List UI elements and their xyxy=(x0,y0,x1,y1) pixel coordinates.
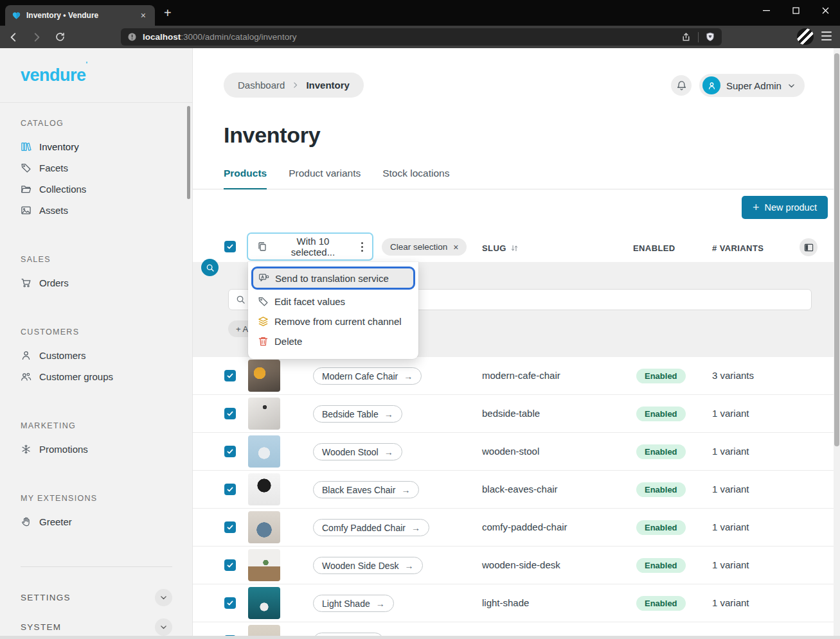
column-settings-button[interactable] xyxy=(800,238,818,256)
sidebar-collapsed-settings[interactable]: SETTINGS xyxy=(21,582,172,612)
column-header-variants[interactable]: # VARIANTS xyxy=(712,243,764,253)
clear-selection-button[interactable]: Clear selection × xyxy=(382,238,467,256)
product-thumbnail[interactable] xyxy=(248,435,280,468)
maximize-button[interactable] xyxy=(781,0,810,21)
row-checkbox[interactable] xyxy=(224,521,236,533)
tab-close-icon[interactable]: × xyxy=(138,10,148,21)
row-checkbox[interactable] xyxy=(224,408,236,419)
product-name-link[interactable]: Comfy Padded Chair→ xyxy=(313,519,429,536)
row-checkbox[interactable] xyxy=(224,597,236,609)
chevron-down-icon[interactable] xyxy=(155,618,172,636)
table-row xyxy=(193,622,834,636)
sidebar-scrollbar[interactable] xyxy=(187,106,190,199)
sidebar-item-facets[interactable]: Facets xyxy=(21,157,192,179)
bulk-actions-button[interactable]: With 10 selected... xyxy=(247,232,373,261)
search-icon xyxy=(236,295,246,304)
sidebar-item-collections[interactable]: Collections xyxy=(21,179,192,200)
product-name-link[interactable]: Wooden Side Desk→ xyxy=(313,557,423,574)
product-name: Comfy Padded Chair xyxy=(322,523,406,533)
product-name-link[interactable]: Black Eaves Chair→ xyxy=(313,481,419,498)
sidebar-item-customers[interactable]: Customers xyxy=(21,345,192,366)
row-checkbox[interactable] xyxy=(224,559,236,571)
sidebar-section: MARKETINGPromotions xyxy=(21,421,192,460)
row-checkbox[interactable] xyxy=(224,370,236,381)
page-title: Inventory xyxy=(224,123,320,148)
sidebar-item-customer-groups[interactable]: Customer groups xyxy=(21,366,192,387)
product-name-link[interactable]: Bedside Table→ xyxy=(313,405,402,423)
arrow-right-icon: → xyxy=(384,447,393,457)
sidebar-item-label: Collections xyxy=(39,184,86,195)
product-thumbnail[interactable] xyxy=(248,549,280,581)
product-thumbnail[interactable] xyxy=(248,360,280,392)
tab-products[interactable]: Products xyxy=(224,168,267,189)
new-tab-button[interactable]: + xyxy=(164,6,172,19)
sort-icon xyxy=(510,244,519,252)
sidebar-item-greeter[interactable]: Greeter xyxy=(21,511,192,532)
search-toggle-button[interactable] xyxy=(201,259,219,276)
close-window-button[interactable] xyxy=(810,0,840,21)
status-badge: Enabled xyxy=(636,520,686,535)
sidebar-item-orders[interactable]: Orders xyxy=(21,272,192,293)
browser-tab[interactable]: Inventory • Vendure × xyxy=(5,5,155,26)
column-header-slug[interactable]: SLUG xyxy=(482,243,519,253)
share-icon[interactable] xyxy=(681,31,692,42)
browser-profile-avatar[interactable] xyxy=(797,28,814,45)
page-scrollbar[interactable] xyxy=(834,48,840,636)
plus-icon: + xyxy=(753,201,760,214)
minimize-button[interactable] xyxy=(751,0,781,21)
reload-icon[interactable] xyxy=(50,29,69,46)
select-all-checkbox[interactable] xyxy=(224,241,236,252)
forward-icon[interactable] xyxy=(27,29,46,46)
tab-product-variants[interactable]: Product variants xyxy=(289,168,361,189)
sidebar-item-promotions[interactable]: Promotions xyxy=(21,439,192,460)
address-bar[interactable]: localhost:3000/admin/catalog/inventory xyxy=(121,28,722,46)
user-avatar xyxy=(702,76,720,94)
brave-shield-icon[interactable] xyxy=(705,31,715,42)
product-name-link[interactable]: Wooden Stool→ xyxy=(313,443,402,460)
product-thumbnail[interactable] xyxy=(248,587,280,619)
product-thumbnail[interactable] xyxy=(248,511,280,543)
sidebar-collapsed-system[interactable]: SYSTEM xyxy=(21,612,172,639)
breadcrumb-dashboard[interactable]: Dashboard xyxy=(238,80,285,91)
product-name-link[interactable]: Light Shade→ xyxy=(313,595,394,612)
kebab-icon xyxy=(359,242,366,252)
sidebar-section: MY EXTENSIONSGreeter xyxy=(21,494,192,532)
sidebar-item-inventory[interactable]: Inventory xyxy=(21,136,192,157)
column-header-enabled[interactable]: ENABLED xyxy=(633,243,675,253)
users-icon xyxy=(21,371,31,382)
product-slug: comfy-padded-chair xyxy=(482,521,567,532)
scrollbar-thumb[interactable] xyxy=(834,53,839,446)
menu-item-send-to-translation-service[interactable]: Send to translation service xyxy=(253,268,413,288)
row-checkbox[interactable] xyxy=(224,446,236,457)
row-checkbox[interactable] xyxy=(224,484,236,495)
main-content: Dashboard Inventory Super Admin Inventor… xyxy=(193,48,834,636)
user-name: Super Admin xyxy=(726,80,782,91)
site-info-icon[interactable] xyxy=(127,32,137,42)
sidebar-item-assets[interactable]: Assets xyxy=(21,200,192,221)
new-product-button[interactable]: + New product xyxy=(742,196,828,219)
tab-stock-locations[interactable]: Stock locations xyxy=(382,168,449,189)
product-thumbnail[interactable] xyxy=(248,398,280,430)
table-row: Light Shade→light-shadeEnabled1 variant xyxy=(193,584,834,622)
back-icon[interactable] xyxy=(4,29,23,46)
product-thumbnail[interactable] xyxy=(248,473,280,505)
menu-item-delete[interactable]: Delete xyxy=(253,331,414,351)
browser-menu-icon[interactable] xyxy=(821,31,832,40)
books-icon xyxy=(21,141,31,152)
table-row: Wooden Side Desk→wooden-side-deskEnabled… xyxy=(193,547,834,584)
product-thumbnail[interactable] xyxy=(248,625,280,636)
browser-tab-strip: Inventory • Vendure × + xyxy=(0,0,840,26)
chevron-down-icon xyxy=(787,82,796,90)
horizontal-scrollbar[interactable] xyxy=(0,636,840,639)
product-name-link[interactable]: Modern Cafe Chair→ xyxy=(313,367,422,385)
menu-item-remove-from-current-channel[interactable]: Remove from current channel xyxy=(253,311,414,331)
sidebar-item-label: Customers xyxy=(39,350,86,361)
chevron-down-icon[interactable] xyxy=(155,589,172,606)
vendure-logo[interactable]: vendure' xyxy=(0,48,192,103)
trash-icon xyxy=(258,336,269,347)
translate-icon xyxy=(258,273,269,284)
notifications-button[interactable] xyxy=(671,75,692,96)
cart-icon xyxy=(21,277,31,288)
menu-item-edit-facet-values[interactable]: Edit facet values xyxy=(253,292,414,311)
user-menu[interactable]: Super Admin xyxy=(699,74,805,97)
